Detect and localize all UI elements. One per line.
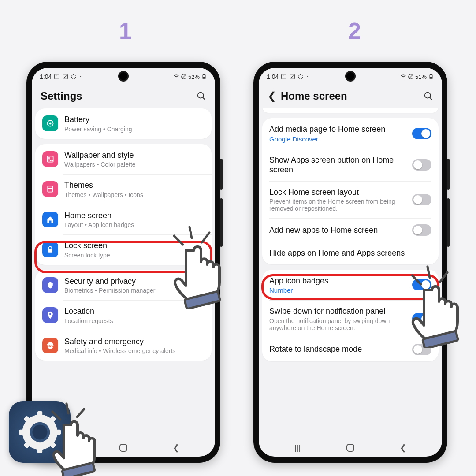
settings-row-safety-and-emergency[interactable]: SOSSafety and emergencyMedical info • Wi… — [35, 331, 212, 361]
settings-row-home-screen[interactable]: Home screenLayout • App icon badges — [35, 205, 212, 235]
svg-rect-21 — [282, 74, 286, 79]
svg-rect-31 — [347, 444, 354, 451]
toggle[interactable] — [412, 344, 431, 355]
svg-point-11 — [49, 123, 52, 125]
svg-rect-36 — [53, 429, 60, 434]
row-title: Lock screen — [64, 241, 205, 251]
row-title: Rotate to landscape mode — [269, 344, 407, 354]
back-button[interactable]: ❮ — [173, 443, 179, 453]
row-subtitle: Location requests — [64, 317, 205, 324]
row-subtitle: Screen lock type — [64, 252, 205, 259]
svg-point-29 — [425, 93, 431, 98]
android-nav-bar: ||| ❮ — [259, 439, 442, 457]
wifi-icon — [400, 74, 406, 80]
svg-rect-12 — [47, 156, 53, 162]
svg-rect-20 — [120, 444, 127, 451]
search-icon[interactable] — [424, 91, 433, 101]
svg-point-8 — [198, 93, 204, 98]
no-signal-icon — [408, 74, 414, 80]
toggle[interactable] — [412, 313, 431, 324]
svg-rect-34 — [37, 445, 42, 453]
step-2-label: 2 — [348, 18, 361, 44]
setting-swipe-down-for-notification-panel[interactable]: Swipe down for notification panelOpen th… — [262, 300, 439, 338]
home-screen-header: ❮ Home screen — [259, 84, 442, 108]
setting-rotate-to-landscape-mode[interactable]: Rotate to landscape mode — [262, 338, 439, 361]
svg-point-32 — [32, 424, 47, 439]
svg-line-26 — [409, 75, 413, 78]
row-title: Add media page to Home screen — [269, 124, 407, 134]
phone-frame-2: 1:04 • 51% ❮ Home screen Add media page … — [253, 62, 447, 463]
svg-rect-35 — [19, 429, 26, 434]
svg-rect-33 — [37, 411, 42, 419]
svg-rect-14 — [48, 186, 53, 192]
row-title: Lock Home screen layout — [269, 187, 407, 197]
toggle[interactable] — [412, 194, 431, 205]
row-title: Swipe down for notification panel — [269, 306, 407, 316]
toggle[interactable] — [412, 224, 431, 236]
svg-rect-16 — [48, 249, 52, 253]
back-chevron[interactable]: ❮ — [268, 91, 276, 101]
svg-rect-52 — [62, 463, 95, 476]
check-icon — [289, 74, 295, 80]
settings-app-icon[interactable] — [9, 401, 71, 463]
svg-rect-28 — [430, 77, 432, 79]
settings-row-location[interactable]: LocationLocation requests — [35, 300, 212, 331]
svg-point-13 — [48, 157, 50, 159]
front-camera — [346, 72, 354, 80]
toggle[interactable] — [412, 279, 431, 290]
page-title: Home screen — [281, 90, 347, 102]
settings-row-battery[interactable]: BatteryPower saving • Charging — [35, 108, 212, 139]
setting-app-icon-badges[interactable]: App icon badgesNumber — [262, 270, 439, 301]
picture-icon — [54, 74, 60, 80]
row-title: Show Apps screen button on Home screen — [269, 155, 407, 175]
row-title: Hide apps on Home and Apps screens — [269, 248, 431, 258]
svg-point-22 — [283, 75, 283, 76]
toggle[interactable] — [412, 159, 431, 171]
settings-row-security-and-privacy[interactable]: Security and privacyBiometrics • Permiss… — [35, 270, 212, 301]
row-title: Wallpaper and style — [64, 150, 205, 160]
svg-point-1 — [56, 75, 56, 76]
step-1-label: 1 — [119, 18, 132, 44]
settings-row-lock-screen[interactable]: Lock screenScreen lock type — [35, 234, 212, 265]
page-title: Settings — [41, 90, 82, 102]
recents-button[interactable]: ||| — [294, 443, 301, 453]
row-title: Safety and emergency — [64, 337, 205, 347]
row-subtitle: Open the notification panel by swiping d… — [269, 317, 407, 331]
setting-hide-apps-on-home-and-apps-screens[interactable]: Hide apps on Home and Apps screens — [262, 242, 439, 264]
svg-rect-7 — [203, 77, 205, 79]
no-signal-icon — [181, 74, 187, 80]
home-button[interactable] — [119, 443, 128, 452]
battery-percent: 51% — [415, 74, 427, 80]
setting-show-apps-screen-button-on-home-screen[interactable]: Show Apps screen button on Home screen — [262, 149, 439, 181]
picture-icon — [281, 74, 287, 80]
svg-line-5 — [182, 75, 186, 78]
row-title: Home screen — [64, 211, 205, 221]
row-link: Number — [269, 286, 407, 294]
check-icon — [62, 74, 68, 80]
row-subtitle: Biometrics • Permission manager — [64, 287, 205, 294]
wifi-icon — [173, 74, 179, 80]
svg-point-3 — [72, 74, 76, 78]
search-icon[interactable] — [197, 91, 206, 101]
toggle[interactable] — [412, 128, 431, 139]
setting-add-media-page-to-home-screen[interactable]: Add media page to Home screenGoogle Disc… — [262, 118, 439, 149]
setting-add-new-apps-to-home-screen[interactable]: Add new apps to Home screen — [262, 218, 439, 242]
row-title: Battery — [64, 115, 205, 125]
settings-row-wallpaper-and-style[interactable]: Wallpaper and styleWallpapers • Color pa… — [35, 144, 212, 175]
front-camera — [119, 72, 127, 80]
row-subtitle: Layout • App icon badges — [64, 221, 205, 228]
row-title: Themes — [64, 180, 205, 190]
svg-line-9 — [203, 97, 205, 100]
battery-percent: 52% — [188, 74, 200, 80]
row-title: App icon badges — [269, 276, 407, 286]
svg-text:SOS: SOS — [47, 344, 54, 348]
back-button[interactable]: ❮ — [400, 443, 406, 453]
status-time: 1:04 — [40, 73, 52, 80]
sync-icon — [298, 74, 304, 80]
setting-lock-home-screen-layout[interactable]: Lock Home screen layoutPrevent items on … — [262, 181, 439, 219]
svg-point-17 — [49, 313, 51, 315]
settings-row-themes[interactable]: ThemesThemes • Wallpapers • Icons — [35, 174, 212, 205]
row-subtitle: Prevent items on the Home screen from be… — [269, 198, 407, 212]
home-button[interactable] — [346, 443, 355, 452]
row-subtitle: Themes • Wallpapers • Icons — [64, 191, 205, 198]
